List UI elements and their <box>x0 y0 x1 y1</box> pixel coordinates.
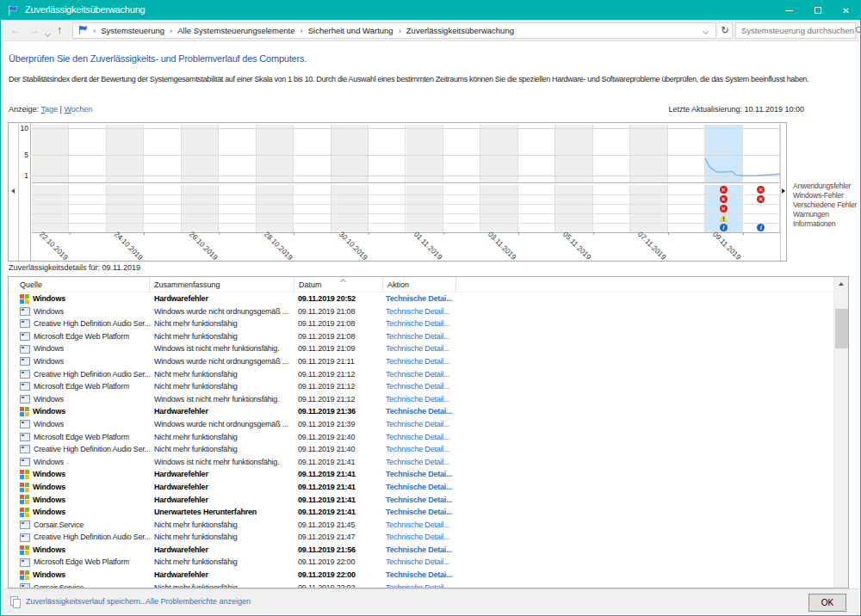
address-dropdown-icon[interactable] <box>703 26 708 35</box>
chart-day-column[interactable] <box>593 185 630 232</box>
table-row[interactable]: Creative High Definition Audio Ser...Nic… <box>9 368 833 381</box>
ok-button[interactable]: OK <box>808 594 846 612</box>
technical-details-link[interactable]: Technische Detai... <box>383 481 456 494</box>
technical-details-link[interactable]: Technische Detail... <box>383 443 456 456</box>
technical-details-link[interactable]: Technische Detai... <box>383 494 456 507</box>
forward-button[interactable]: → <box>29 23 40 37</box>
technical-details-link[interactable]: Technische Detail... <box>383 330 456 343</box>
technical-details-link[interactable]: Technische Detai... <box>383 544 456 557</box>
chart-day-column[interactable] <box>518 185 555 232</box>
up-button[interactable]: ↑ <box>57 23 62 37</box>
chart-day-column[interactable] <box>257 185 294 232</box>
table-row[interactable]: Microsoft Edge Web PlatformNicht mehr fu… <box>9 431 833 444</box>
vertical-scrollbar[interactable] <box>833 277 848 588</box>
table-row[interactable]: WindowsHardwarefehler09.11.2019 20:52Tec… <box>9 293 833 305</box>
breadcrumb-item[interactable]: Sicherheit und Wartung <box>308 26 393 35</box>
breadcrumb-item[interactable]: Zuverlässigkeitsüberwachung <box>406 26 514 35</box>
technical-details-link[interactable]: Technische Detail... <box>383 355 456 368</box>
table-row[interactable]: WindowsHardwarefehler09.11.2019 21:41Tec… <box>9 481 833 494</box>
chart-day-column[interactable] <box>331 185 369 232</box>
address-bar[interactable]: ›Systemsteuerung›Alle Systemsteuerungsel… <box>72 22 716 39</box>
table-row[interactable]: WindowsWindows wurde nicht ordnungsgemäß… <box>9 418 833 431</box>
chart-day-column[interactable] <box>144 185 181 232</box>
table-row[interactable]: WindowsUnerwartetes Herunterfahren09.11.… <box>9 506 833 519</box>
table-row[interactable]: Microsoft Edge Web PlatformNicht mehr fu… <box>9 380 833 393</box>
technical-details-link[interactable]: Technische Detail... <box>383 431 456 444</box>
column-header-aktion[interactable]: Aktion <box>383 277 456 292</box>
technical-details-link[interactable]: Technische Detail... <box>383 519 456 532</box>
column-header-zusammenfassung[interactable]: Zusammenfassung <box>150 277 294 292</box>
technical-details-link[interactable]: Technische Detail... <box>383 418 456 431</box>
technical-details-link[interactable]: Technische Detail... <box>383 380 456 393</box>
chart-day-column[interactable] <box>630 185 667 232</box>
technical-details-link[interactable]: Technische Detail... <box>383 393 456 406</box>
table-row[interactable]: Creative High Definition Audio Ser...Nic… <box>9 443 833 456</box>
breadcrumb-item[interactable]: Alle Systemsteuerungselemente <box>177 26 294 35</box>
scroll-thumb[interactable] <box>835 309 848 348</box>
table-row[interactable]: WindowsHardwarefehler09.11.2019 21:36Tec… <box>9 405 833 418</box>
minimize-button[interactable] <box>775 1 803 20</box>
technical-details-link[interactable]: Technische Detai... <box>383 405 456 418</box>
technical-details-link[interactable]: Technische Detai... <box>383 506 456 519</box>
table-row[interactable]: WindowsWindows wurde nicht ordnungsgemäß… <box>9 355 833 368</box>
save-history-link[interactable]: Zuverlässigkeitsverlauf speichern... <box>26 597 147 606</box>
table-row[interactable]: Microsoft Edge Web PlatformNicht mehr fu… <box>9 330 833 343</box>
table-row[interactable]: Microsoft Edge Web PlatformNicht mehr fu… <box>9 556 833 569</box>
table-row[interactable]: WindowsWindows ist nicht mehr funktionsf… <box>9 342 833 355</box>
technical-details-link[interactable]: Technische Detai... <box>383 468 456 481</box>
table-row[interactable]: WindowsWindows ist nicht mehr funktionsf… <box>9 456 833 469</box>
column-header-datum[interactable]: Datum <box>294 277 383 292</box>
chart-day-column[interactable] <box>32 185 69 232</box>
technical-details-link[interactable]: Technische Detail... <box>383 317 456 330</box>
error-marker-icon[interactable]: ✕ <box>720 205 728 213</box>
table-row[interactable]: WindowsWindows wurde nicht ordnungsgemäß… <box>9 305 833 318</box>
chart-day-column[interactable] <box>406 185 443 232</box>
info-marker-icon[interactable]: i <box>720 224 728 231</box>
table-row[interactable]: WindowsWindows ist nicht mehr funktionsf… <box>9 393 833 406</box>
chart-day-column[interactable] <box>369 185 406 232</box>
chart-day-column[interactable] <box>294 185 331 232</box>
column-header-quelle[interactable]: Quelle <box>9 277 150 292</box>
technical-details-link[interactable]: Technische Detail... <box>383 368 456 381</box>
error-marker-icon[interactable]: ✕ <box>720 195 728 203</box>
close-button[interactable]: ✕ <box>832 1 860 20</box>
error-marker-icon[interactable]: ✕ <box>720 186 728 194</box>
chart-day-column[interactable] <box>69 185 106 232</box>
chart-day-column[interactable] <box>219 185 256 232</box>
table-row[interactable]: WindowsHardwarefehler09.11.2019 22:00Tec… <box>9 569 833 582</box>
table-row[interactable]: Corsair.ServiceNicht mehr funktionsfähig… <box>9 582 833 588</box>
technical-details-link[interactable]: Technische Detail... <box>383 342 456 355</box>
refresh-button[interactable]: ↻ <box>718 22 733 39</box>
scroll-up-icon[interactable] <box>839 282 844 286</box>
chart-day-column[interactable] <box>182 185 219 232</box>
table-row[interactable]: WindowsHardwarefehler09.11.2019 21:56Tec… <box>9 544 833 557</box>
table-row[interactable]: WindowsHardwarefehler09.11.2019 21:41Tec… <box>9 494 833 507</box>
table-row[interactable]: Corsair.ServiceNicht mehr funktionsfähig… <box>9 519 833 532</box>
technical-details-link[interactable]: Technische Detail... <box>383 556 456 569</box>
chart-day-column[interactable] <box>443 185 480 232</box>
chart-day-column[interactable] <box>555 185 592 232</box>
technical-details-link[interactable]: Technische Detail... <box>383 582 456 588</box>
technical-details-link[interactable]: Technische Detail... <box>383 456 456 469</box>
table-row[interactable]: WindowsHardwarefehler09.11.2019 21:41Tec… <box>9 468 833 481</box>
technical-details-link[interactable]: Technische Detai... <box>383 569 456 582</box>
view-weeks-link[interactable]: Wochen <box>64 105 92 114</box>
titlebar[interactable]: Zuverlässigkeitsüberwachung ✕ <box>1 1 860 20</box>
back-button[interactable]: ← <box>10 23 21 37</box>
chart-scroll-left[interactable] <box>9 123 19 261</box>
chart-day-column[interactable] <box>668 185 705 232</box>
history-chevron-icon[interactable] <box>46 26 50 40</box>
table-row[interactable]: Creative High Definition Audio Ser...Nic… <box>9 531 833 544</box>
chart-scroll-right[interactable] <box>780 123 786 261</box>
technical-details-link[interactable]: Technische Detail... <box>383 531 456 544</box>
technical-details-link[interactable]: Technische Detai... <box>383 293 456 305</box>
search-icon[interactable] <box>855 23 861 39</box>
chart-day-column[interactable] <box>107 185 144 232</box>
breadcrumb-item[interactable]: Systemsteuerung <box>101 26 164 35</box>
view-days-link[interactable]: Tage <box>41 105 59 114</box>
app-flag-icon[interactable] <box>7 4 18 20</box>
table-row[interactable]: Creative High Definition Audio Ser...Nic… <box>9 317 833 330</box>
technical-details-link[interactable]: Technische Detail... <box>383 305 456 318</box>
search-input[interactable] <box>736 26 855 35</box>
view-all-reports-link[interactable]: Alle Problemberichte anzeigen <box>146 597 251 606</box>
